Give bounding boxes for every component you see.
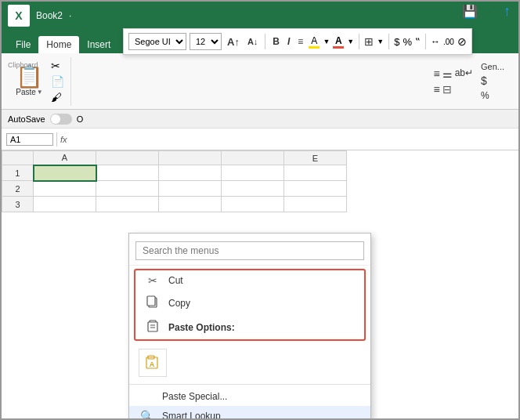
gen-label: Gen... (481, 62, 504, 71)
cell-c3[interactable] (159, 197, 222, 212)
row-num-2: 2 (2, 181, 34, 197)
col-header-a: A (34, 151, 96, 165)
merge-icon[interactable]: ⊟ (442, 83, 452, 96)
highlighted-section: ✂ Cut Copy (134, 269, 366, 341)
title-bar: X Book2 · (2, 2, 518, 30)
row-num-1: 1 (2, 165, 34, 181)
font-color-button[interactable]: A (333, 35, 344, 49)
arrows-icon: ↔ (431, 36, 440, 47)
paste-dropdown-arrow[interactable]: ▼ (37, 89, 43, 96)
cell-d2[interactable] (222, 181, 284, 197)
svg-text:A: A (150, 360, 155, 368)
autosave-state: O (77, 114, 84, 124)
autosave-toggle[interactable] (50, 114, 72, 125)
number-group: Gen... $ % (481, 62, 504, 101)
smart-lookup-label: Smart Lookup (162, 411, 361, 418)
cell-e1[interactable] (284, 165, 347, 181)
border-icon[interactable]: ⊞ (364, 35, 374, 48)
check-icon: ✓ (484, 2, 497, 20)
paste-icon-option-a[interactable]: A (139, 349, 167, 377)
cell-b3[interactable] (96, 197, 159, 212)
tab-file[interactable]: File (8, 36, 38, 53)
save-icon[interactable]: 💾 (462, 4, 478, 19)
paste-button[interactable]: 📋 Paste ▼ (13, 64, 46, 98)
excel-window: X Book2 · Segoe UI 12 A↑ A↓ B I ≡ A ▼ A … (0, 0, 520, 420)
col-header-e: E (284, 151, 347, 165)
format-painter-button[interactable]: 🖌 (49, 90, 66, 104)
align-button[interactable]: ≡ (295, 35, 305, 48)
cell-b1[interactable] (96, 165, 159, 181)
percent-sign: % (481, 90, 504, 101)
bold-button[interactable]: B (270, 35, 282, 48)
menu-item-cut[interactable]: ✂ Cut (135, 270, 364, 291)
cut-button[interactable]: ✂ (49, 59, 66, 73)
border-dropdown[interactable]: ▼ (377, 38, 384, 45)
highlight-letter: A (311, 35, 317, 46)
cell-a1[interactable] (34, 165, 96, 181)
table-row: 1 (2, 165, 347, 181)
excel-logo: X (8, 5, 30, 27)
highlight-color-button[interactable]: A (309, 35, 320, 49)
cell-b2[interactable] (96, 181, 159, 197)
cell-d3[interactable] (222, 197, 284, 212)
paste-options-label: Paste Options: (168, 322, 355, 333)
format-painter-icon: 🖌 (51, 91, 62, 103)
cell-c2[interactable] (159, 181, 222, 197)
svg-rect-1 (147, 296, 155, 306)
cut-label: Cut (168, 275, 355, 286)
cell-a3[interactable] (34, 197, 96, 212)
cut-icon: ✂ (51, 60, 60, 72)
shrink-font-button[interactable]: A↓ (245, 35, 260, 48)
menu-item-paste-special[interactable]: Paste Special... (129, 387, 370, 406)
font-color-dropdown-arrow[interactable]: ▼ (347, 38, 354, 45)
comma-icon: ‟ (415, 36, 421, 48)
toolbar-separator-4 (425, 34, 426, 49)
copy-button[interactable]: 📄 (49, 74, 66, 89)
upload-icon[interactable]: ↑ (504, 3, 511, 20)
grow-font-button[interactable]: A↑ (225, 35, 242, 49)
spreadsheet-area[interactable]: A E 1 2 (2, 150, 518, 418)
shrink-icon: A↓ (247, 37, 258, 46)
alignment-group: ≡ ⚌ ab↵ ≡ ⊟ (434, 67, 474, 96)
copy-icon: 📄 (51, 75, 64, 88)
cut-menu-icon: ✂ (145, 274, 161, 287)
menu-separator-1 (129, 384, 370, 385)
corner-header (2, 151, 34, 165)
table-row: 3 (2, 197, 347, 212)
tab-insert[interactable]: Insert (79, 36, 118, 53)
formula-bar-divider (56, 132, 57, 147)
tab-home[interactable]: Home (38, 36, 79, 53)
paint-icon[interactable]: ⊘ (457, 35, 467, 48)
toolbar-separator-1 (265, 34, 265, 49)
font-size-select[interactable]: 12 (190, 33, 222, 50)
percent-icon: % (403, 36, 412, 48)
align-left-icon[interactable]: ≡ (434, 83, 440, 96)
wrap-text-icon[interactable]: ab↵ (455, 67, 473, 80)
menu-item-paste-options[interactable]: Paste Options: (135, 315, 364, 339)
search-input[interactable] (135, 241, 364, 260)
fx-label: fx (60, 135, 67, 144)
align-middle-icon[interactable]: ⚌ (442, 67, 453, 80)
copy-label: Copy (168, 298, 355, 309)
cell-a2[interactable] (34, 181, 96, 197)
cell-e2[interactable] (284, 181, 347, 197)
cell-e3[interactable] (284, 197, 347, 212)
cell-d1[interactable] (222, 165, 284, 181)
highlight-dropdown-arrow[interactable]: ▼ (323, 38, 330, 45)
paste-special-label: Paste Special... (162, 391, 361, 402)
italic-button[interactable]: I (285, 35, 292, 48)
col-header-c (159, 151, 222, 165)
autosave-label: AutoSave (8, 114, 45, 124)
cell-name-box[interactable] (6, 133, 53, 146)
align-top-icon[interactable]: ≡ (434, 67, 440, 80)
cell-c1[interactable] (159, 165, 222, 181)
menu-item-copy[interactable]: Copy (135, 291, 364, 315)
spreadsheet-table: A E 1 2 (2, 150, 347, 212)
font-family-select[interactable]: Segoe UI (128, 33, 186, 50)
clipboard-small-buttons: ✂ 📄 🖌 (49, 59, 66, 104)
toolbar-separator-3 (388, 34, 389, 49)
clipboard-group-label: Clipboard (8, 61, 38, 69)
smart-lookup-icon: 🔍 (139, 410, 154, 418)
title-separator: · (69, 10, 71, 21)
menu-item-smart-lookup[interactable]: 🔍 Smart Lookup (129, 406, 370, 418)
